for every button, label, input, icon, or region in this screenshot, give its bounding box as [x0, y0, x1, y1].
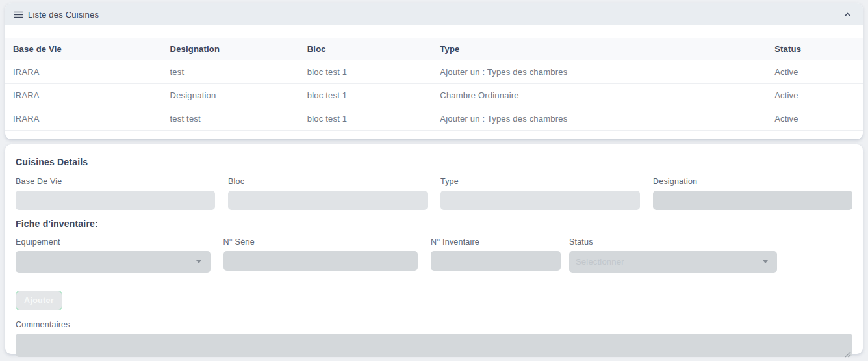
- details-fields-row: Base De Vie Bloc Type Designation: [16, 177, 852, 210]
- base-de-vie-field[interactable]: [16, 191, 215, 210]
- status-placeholder: Selectionner: [576, 257, 624, 267]
- list-icon: [14, 11, 23, 18]
- table-header-row: Base de Vie Designation Bloc Type Status: [5, 38, 863, 60]
- cell-type: Ajouter un : Types des chambres: [432, 107, 767, 131]
- column-header-type: Type: [432, 38, 767, 60]
- fiche-inventaire-title: Fiche d'inventaire:: [16, 219, 852, 229]
- cell-bloc: bloc test 1: [300, 60, 433, 84]
- cell-designation: test: [162, 60, 300, 84]
- table-row[interactable]: IRARA test test bloc test 1 Ajouter un :…: [5, 107, 863, 131]
- status-label: Status: [569, 237, 777, 247]
- column-header-designation: Designation: [162, 38, 300, 60]
- designation-label: Designation: [653, 177, 852, 186]
- chevron-down-icon: [763, 260, 768, 263]
- cell-base-de-vie: IRARA: [5, 107, 162, 131]
- equipement-select[interactable]: [16, 251, 211, 273]
- bloc-label: Bloc: [228, 177, 428, 186]
- resize-handle-icon[interactable]: [844, 349, 851, 356]
- cell-base-de-vie: IRARA: [5, 84, 162, 107]
- ajouter-button[interactable]: Ajouter: [16, 291, 62, 310]
- details-title: Cuisines Details: [16, 157, 852, 167]
- liste-cuisines-panel: Liste des Cuisines Base de Vie Designati…: [5, 3, 863, 139]
- chevron-down-icon: [196, 260, 201, 263]
- type-label: Type: [440, 177, 640, 186]
- cell-type: Chambre Ordinnaire: [432, 84, 767, 107]
- designation-field[interactable]: [653, 191, 852, 210]
- cell-designation: Designation: [162, 84, 300, 107]
- inventory-fields-row: Equipement N° Série N° Inventaire Status…: [16, 237, 852, 273]
- equipement-label: Equipement: [16, 237, 211, 247]
- serie-field[interactable]: [223, 251, 418, 271]
- cuisines-details-panel: Cuisines Details Base De Vie Bloc Type D…: [5, 144, 863, 354]
- cell-designation: test test: [162, 107, 300, 131]
- cell-type: Ajouter un : Types des chambres: [432, 60, 767, 84]
- status-select[interactable]: Selectionner: [569, 251, 777, 273]
- collapse-chevron-up-icon[interactable]: [844, 12, 851, 17]
- table-row[interactable]: IRARA test bloc test 1 Ajouter un : Type…: [5, 60, 863, 84]
- panel-title: Liste des Cuisines: [28, 10, 99, 20]
- inventaire-label: N° Inventaire: [431, 237, 561, 247]
- commentaires-label: Commentaires: [16, 320, 852, 329]
- panel-header-liste-cuisines[interactable]: Liste des Cuisines: [5, 3, 863, 25]
- cell-bloc: bloc test 1: [300, 84, 433, 107]
- type-field[interactable]: [440, 191, 640, 210]
- column-header-status: Status: [767, 38, 863, 60]
- inventaire-field[interactable]: [431, 251, 561, 271]
- cell-status: Active: [767, 60, 863, 84]
- base-de-vie-label: Base De Vie: [16, 177, 215, 186]
- cuisines-table-wrapper: Base de Vie Designation Bloc Type Status…: [5, 25, 863, 131]
- cuisines-table: Base de Vie Designation Bloc Type Status…: [5, 38, 863, 131]
- comments-block: Commentaires: [16, 320, 852, 357]
- cell-status: Active: [767, 107, 863, 131]
- cell-status: Active: [767, 84, 863, 107]
- cell-bloc: bloc test 1: [300, 107, 433, 131]
- bloc-field[interactable]: [228, 191, 428, 210]
- column-header-bloc: Bloc: [300, 38, 433, 60]
- column-header-base-de-vie: Base de Vie: [5, 38, 162, 60]
- serie-label: N° Série: [223, 237, 418, 247]
- row-spacer: [790, 237, 852, 273]
- table-row[interactable]: IRARA Designation bloc test 1 Chambre Or…: [5, 84, 863, 107]
- cell-base-de-vie: IRARA: [5, 60, 162, 84]
- commentaires-textarea[interactable]: [16, 334, 852, 357]
